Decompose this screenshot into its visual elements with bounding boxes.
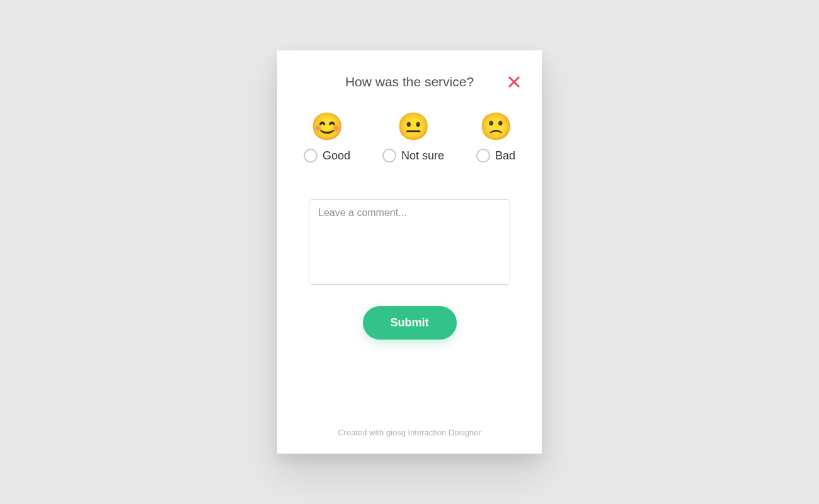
card-title: How was the service? <box>345 74 474 89</box>
option-good[interactable]: 😊 Good <box>304 113 350 163</box>
radio-not-sure[interactable] <box>382 149 396 163</box>
close-button[interactable] <box>505 73 523 91</box>
option-row: Good <box>304 149 350 163</box>
smile-icon: 😊 <box>311 113 343 140</box>
submit-button[interactable]: Submit <box>363 306 457 340</box>
neutral-icon: 😐 <box>397 113 430 140</box>
comment-input[interactable] <box>309 199 510 285</box>
option-bad[interactable]: 🙁 Bad <box>476 113 515 163</box>
close-icon <box>507 75 521 89</box>
option-label-good: Good <box>323 149 350 163</box>
frown-icon: 🙁 <box>479 113 512 140</box>
card-header: How was the service? <box>296 74 523 89</box>
option-row: Bad <box>476 149 515 163</box>
radio-good[interactable] <box>304 149 318 163</box>
footer-text: Created with giosg Interaction Designer <box>296 428 523 441</box>
option-label-bad: Bad <box>495 149 515 163</box>
option-label-not-sure: Not sure <box>401 149 444 163</box>
rating-options: 😊 Good 😐 Not sure 🙁 Bad <box>296 113 523 163</box>
option-not-sure[interactable]: 😐 Not sure <box>382 113 444 163</box>
radio-bad[interactable] <box>476 149 490 163</box>
option-row: Not sure <box>382 149 444 163</box>
feedback-card: How was the service? 😊 Good 😐 Not sure 🙁 <box>277 50 542 454</box>
